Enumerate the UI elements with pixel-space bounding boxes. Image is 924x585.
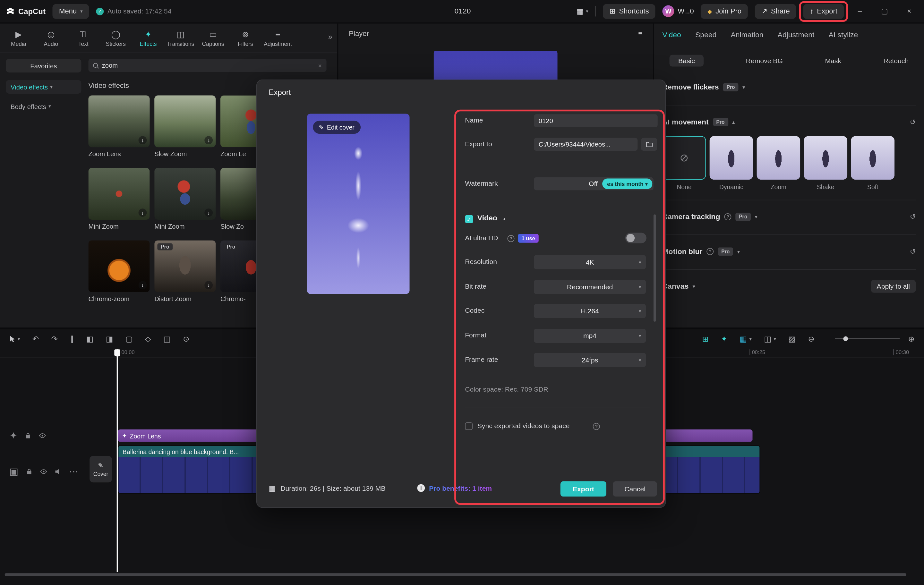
effect-card[interactable]: ↓Chromo-zoom (89, 240, 150, 302)
framerate-dropdown[interactable]: 24fps▾ (534, 353, 646, 367)
effect-card[interactable]: ↓Mini Zoom (89, 168, 150, 230)
export-path-input[interactable] (534, 138, 637, 151)
zoom-out-button[interactable]: ⊖ (808, 334, 815, 343)
reset-icon[interactable]: ↺ (910, 247, 916, 255)
effect-card[interactable]: ↓Zoom Lens (89, 96, 150, 158)
tab-media[interactable]: ▶Media (2, 29, 35, 47)
motion-blur-section[interactable]: Motion blur ? Pro ▾ ↺ (654, 244, 924, 260)
track-view-button[interactable]: ◫ ▾ (764, 334, 776, 343)
reset-icon[interactable]: ↺ (910, 213, 916, 221)
keyframe-button[interactable]: ✦ (721, 334, 727, 343)
user-account[interactable]: W W...0 (663, 5, 694, 17)
minimize-button[interactable]: – (851, 7, 868, 15)
download-icon[interactable]: ↓ (205, 136, 213, 144)
pro-benefits-link[interactable]: Pro benefits: 1 item (429, 485, 492, 492)
canvas-section[interactable]: Canvas ▾ Apply to all (654, 278, 924, 295)
watermark-control[interactable]: Off es this month ▾ (534, 177, 653, 190)
resolution-dropdown[interactable]: 4K▾ (534, 255, 646, 269)
remove-flickers-section[interactable]: Remove flickers Pro ▾ (654, 79, 924, 95)
apply-to-all-button[interactable]: Apply to all (871, 280, 916, 292)
maximize-button[interactable]: ▢ (876, 7, 893, 15)
tab-effects[interactable]: ✦Effects (132, 29, 164, 47)
select-tool-button[interactable]: ▾ (9, 335, 20, 343)
freeze-frame-button[interactable]: ⊙ (183, 334, 189, 343)
ai-option-dynamic[interactable] (710, 136, 753, 180)
subtab-basic[interactable]: Basic (670, 55, 704, 67)
tab-filters[interactable]: ⊚Filters (229, 29, 261, 47)
watermark-promo-badge[interactable]: es this month ▾ (602, 179, 653, 189)
tab-adjustment[interactable]: ≡Adjustment (262, 29, 294, 47)
download-icon[interactable]: ↓ (139, 281, 147, 289)
delete-right-button[interactable]: ◨ (106, 334, 113, 343)
effect-card[interactable]: Pro↓Distort Zoom (154, 240, 216, 302)
more-options-icon[interactable]: ⋯ (69, 466, 78, 477)
video-checkbox[interactable]: ✓ (465, 215, 473, 223)
search-bar[interactable]: × (89, 59, 327, 72)
export-button[interactable]: ↑ Export (804, 4, 844, 18)
favorites-button[interactable]: Favorites (6, 59, 81, 73)
visibility-icon[interactable] (40, 469, 47, 474)
render-preview-button[interactable]: ▨ (788, 334, 796, 343)
close-button[interactable]: × (901, 7, 918, 15)
tab-ai-stylize[interactable]: AI stylize (829, 31, 858, 39)
layout-switch-button[interactable]: ▦ ▾ (576, 7, 588, 16)
format-dropdown[interactable]: mp4▾ (534, 329, 646, 343)
category-body-effects[interactable]: Body effects ▾ (6, 99, 81, 113)
clear-search-icon[interactable]: × (318, 62, 322, 69)
tab-speed[interactable]: Speed (695, 31, 716, 39)
ai-option-soft[interactable] (851, 136, 894, 180)
reset-icon[interactable]: ↺ (910, 118, 916, 126)
effect-card[interactable]: ↓Slow Zoom (154, 96, 216, 158)
tab-video[interactable]: Video (662, 31, 681, 39)
sync-checkbox[interactable] (465, 422, 473, 430)
codec-dropdown[interactable]: H.264▾ (534, 304, 646, 318)
shortcuts-button[interactable]: ⊞ Shortcuts (603, 4, 655, 18)
lock-icon[interactable] (25, 432, 31, 439)
tab-audio[interactable]: ◎Audio (35, 29, 67, 47)
tab-stickers[interactable]: ◯Stickers (99, 29, 132, 47)
mask-button[interactable]: ◇ (145, 334, 151, 343)
chevron-up-icon[interactable]: ▴ (503, 216, 506, 222)
subtab-retouch[interactable]: Retouch (883, 57, 909, 64)
effect-card[interactable]: ↓Mini Zoom (154, 168, 216, 230)
bitrate-dropdown[interactable]: Recommended▾ (534, 280, 646, 294)
speaker-icon[interactable] (55, 468, 61, 475)
dialog-scrollbar[interactable] (653, 214, 656, 322)
split-button[interactable]: ∥ (70, 334, 74, 343)
timeline-zoom-slider[interactable] (835, 338, 900, 339)
undo-button[interactable]: ↶ (32, 334, 39, 343)
tab-captions[interactable]: ▭Captions (197, 29, 229, 47)
zoom-in-button[interactable]: ⊕ (908, 334, 915, 343)
player-options-icon[interactable]: ≡ (638, 30, 642, 38)
subtab-remove-bg[interactable]: Remove BG (746, 57, 783, 64)
browse-folder-button[interactable] (641, 138, 657, 151)
preview-mode-button[interactable]: ▦ ▾ (740, 334, 752, 343)
menu-button[interactable]: Menu ▾ (53, 4, 89, 18)
tab-text[interactable]: TIText (67, 29, 99, 47)
tab-adjustment[interactable]: Adjustment (778, 31, 815, 39)
download-icon[interactable]: ↓ (205, 208, 213, 217)
download-icon[interactable]: ↓ (139, 208, 147, 217)
ai-option-shake[interactable] (804, 136, 847, 180)
join-pro-button[interactable]: ◆ Join Pro (701, 4, 748, 18)
timeline-scrollbar[interactable] (5, 573, 906, 576)
redo-button[interactable]: ↷ (51, 334, 58, 343)
mirror-button[interactable]: ◫ (163, 334, 171, 343)
ai-ultra-hd-toggle[interactable] (625, 233, 647, 244)
delete-left-button[interactable]: ◧ (86, 334, 94, 343)
crop-button[interactable]: ▢ (125, 334, 133, 343)
export-confirm-button[interactable]: Export (561, 481, 606, 497)
lock-icon[interactable] (26, 468, 32, 475)
visibility-icon[interactable] (39, 433, 46, 438)
tab-transitions[interactable]: ◫Transitions (164, 29, 197, 47)
category-video-effects[interactable]: Video effects ▾ (6, 80, 81, 94)
download-icon[interactable]: ↓ (139, 136, 147, 144)
ai-option-zoom[interactable] (757, 136, 800, 180)
subtab-mask[interactable]: Mask (825, 57, 841, 64)
download-icon[interactable]: ↓ (205, 281, 213, 289)
camera-tracking-section[interactable]: Camera tracking ? Pro ▾ ↺ (654, 208, 924, 225)
more-tabs-icon[interactable]: » (328, 32, 332, 41)
share-button[interactable]: ↗ Share (755, 4, 796, 18)
ai-movement-section[interactable]: AI movement Pro ▴ ↺ (654, 114, 924, 130)
ai-option-none[interactable]: ⊘ (662, 136, 706, 180)
